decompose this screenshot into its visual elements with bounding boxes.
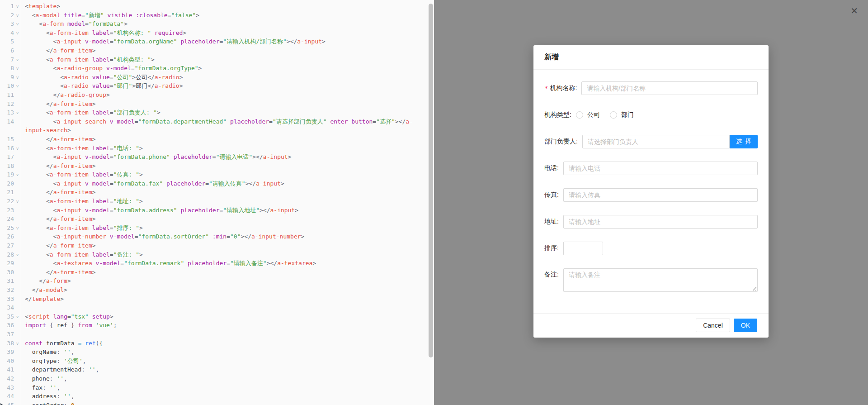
code-line: 37 <box>0 330 434 339</box>
code-text: </a-form-item> <box>21 135 96 144</box>
code-text: </a-form-item> <box>21 241 96 250</box>
code-text: <a-radio-group v-model="formData.orgType… <box>21 64 202 73</box>
fold-chevron-icon[interactable]: v <box>14 224 21 233</box>
line-number: 11 <box>1 91 14 100</box>
fold-chevron-icon[interactable]: v <box>14 339 21 348</box>
line-number: 12 <box>1 100 14 109</box>
line-number: 37 <box>1 330 14 339</box>
select-button[interactable]: 选 择 <box>730 135 758 148</box>
sort-order-input[interactable] <box>563 242 603 255</box>
line-number: 7 <box>1 55 14 64</box>
radio-circle-icon[interactable] <box>576 111 583 119</box>
form-item-department-head: 部门负责人: 选 择 <box>544 135 758 148</box>
code-line: 43 fax: '', <box>0 383 434 392</box>
code-text: </a-form-item> <box>21 46 96 55</box>
code-text: <a-form-item label="传真: "> <box>21 170 143 179</box>
code-editor[interactable]: 1v<template>2v <a-modal title="新增" visib… <box>0 0 434 405</box>
code-line: 8v <a-radio-group v-model="formData.orgT… <box>0 64 434 73</box>
code-text: </a-form-item> <box>21 162 96 171</box>
code-line: 32 </a-modal> <box>0 286 434 295</box>
fold-chevron-icon[interactable]: v <box>14 197 21 206</box>
line-number: 29 <box>1 259 14 268</box>
code-text: <a-form-item label="排序: "> <box>21 224 143 233</box>
fold-chevron-icon[interactable]: v <box>14 2 21 11</box>
fold-chevron-icon[interactable]: v <box>14 170 21 179</box>
department-head-label: 部门负责人: <box>544 138 578 146</box>
line-number: 23 <box>1 206 14 215</box>
editor-scrollbar-thumb[interactable] <box>429 4 433 357</box>
code-text: import { ref } from 'vue'; <box>21 321 117 330</box>
gutter: 15 <box>0 135 21 144</box>
code-text: </a-form-item> <box>21 100 96 109</box>
radio-department[interactable]: 部门 <box>610 111 634 119</box>
form-item-address: 地址: <box>544 215 758 229</box>
fold-spacer <box>14 401 21 405</box>
code-text: orgName: '', <box>21 348 75 357</box>
code-line: 16v <a-form-item label="电话: "> <box>0 144 434 153</box>
cancel-button[interactable]: Cancel <box>696 319 730 332</box>
code-line: 24 </a-form-item> <box>0 214 434 224</box>
remark-label: 备注: <box>544 268 559 279</box>
gutter: 25v <box>0 224 21 233</box>
remark-textarea[interactable] <box>563 268 758 292</box>
fold-spacer <box>14 357 21 366</box>
code-text: <a-radio value="部门">部门</a-radio> <box>21 81 183 91</box>
line-number: 10 <box>1 81 14 91</box>
gutter: 31 <box>0 276 21 286</box>
code-text: <a-radio value="公司">公司</a-radio> <box>21 73 183 82</box>
gutter: 14 <box>0 117 21 126</box>
gutter: 36 <box>0 321 21 330</box>
radio-company[interactable]: 公司 <box>576 111 600 119</box>
line-number: 16 <box>1 144 14 153</box>
gutter: 37 <box>0 330 21 339</box>
fold-chevron-icon[interactable]: v <box>14 55 21 64</box>
line-number: 42 <box>1 374 14 383</box>
fold-chevron-icon[interactable]: v <box>14 64 21 73</box>
fold-chevron-icon[interactable]: v <box>14 19 21 29</box>
fold-spacer <box>14 188 21 197</box>
gutter: 11 <box>0 91 21 100</box>
fax-input[interactable] <box>563 188 758 202</box>
gutter: 28v <box>0 250 21 259</box>
ok-button[interactable]: OK <box>734 319 757 332</box>
code-line: 34 <box>0 303 434 312</box>
department-head-input[interactable] <box>582 135 730 148</box>
line-number: 22 <box>1 197 14 206</box>
org-name-input[interactable] <box>581 81 758 95</box>
fold-chevron-icon[interactable]: v <box>14 108 21 117</box>
fold-chevron-icon[interactable]: v <box>14 11 21 20</box>
modal-footer: Cancel OK <box>533 313 769 338</box>
radio-circle-icon[interactable] <box>610 111 617 119</box>
line-number: 24 <box>1 214 14 224</box>
address-input[interactable] <box>563 215 758 229</box>
fold-chevron-icon[interactable]: v <box>14 144 21 153</box>
code-text: input-search> <box>21 126 71 135</box>
code-text: fax: '', <box>21 383 60 392</box>
fold-spacer <box>14 91 21 100</box>
fold-chevron-icon[interactable]: v <box>14 29 21 38</box>
line-number: 21 <box>1 188 14 197</box>
close-icon[interactable]: ✕ <box>850 6 858 15</box>
form-item-org-type: 机构类型: 公司 部门 <box>544 108 758 122</box>
line-number: 35 <box>1 312 14 321</box>
phone-input[interactable] <box>563 162 758 175</box>
fold-chevron-icon[interactable]: v <box>14 250 21 259</box>
modal-header: 新增 <box>533 45 769 70</box>
line-number: 28 <box>1 250 14 259</box>
code-line: 7v <a-form-item label="机构类型: "> <box>0 55 434 64</box>
gutter: 7v <box>0 55 21 64</box>
line-number: 14 <box>1 117 14 126</box>
fold-chevron-icon[interactable]: v <box>14 73 21 82</box>
line-number: 44 <box>1 392 14 401</box>
line-number: 26 <box>1 232 14 241</box>
gutter: 6 <box>0 46 21 55</box>
code-line: 36import { ref } from 'vue'; <box>0 321 434 330</box>
code-text: <a-form-item label="机构名称: " required> <box>21 29 186 38</box>
fold-chevron-icon[interactable]: v <box>14 312 21 321</box>
fold-chevron-icon[interactable]: v <box>14 81 21 91</box>
gutter: 32 <box>0 286 21 295</box>
code-text: <a-form model="formData"> <box>21 19 127 29</box>
fold-spacer <box>14 348 21 357</box>
code-text: </template> <box>21 295 64 304</box>
form-item-sort-order: 排序: <box>544 242 758 255</box>
